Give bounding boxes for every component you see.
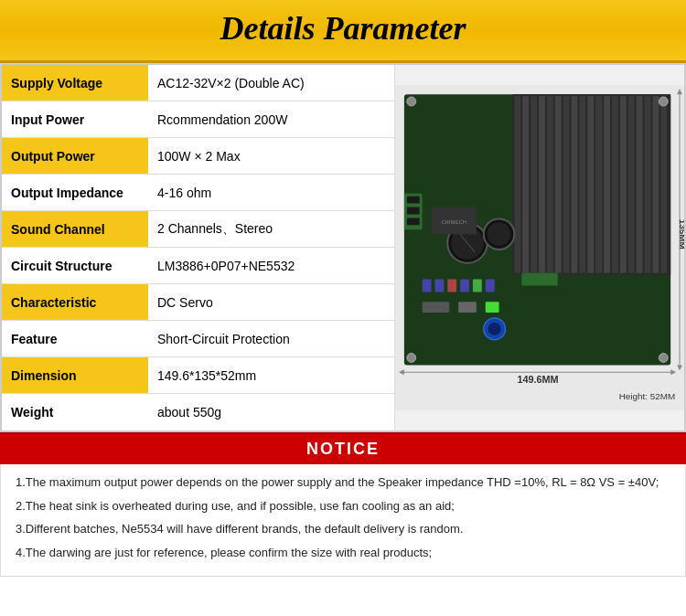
notice-item: 3.Different batches, Ne5534 will have di… bbox=[16, 520, 670, 538]
svg-rect-6 bbox=[539, 96, 545, 273]
table-row: Supply VoltageAC12-32V×2 (Double AC) bbox=[2, 65, 394, 101]
notice-title: NOTICE bbox=[306, 440, 380, 458]
svg-rect-37 bbox=[521, 273, 558, 286]
param-value: 2 Channels、Stereo bbox=[148, 211, 394, 247]
svg-rect-13 bbox=[595, 96, 602, 273]
param-label: Weight bbox=[2, 394, 148, 430]
svg-rect-20 bbox=[652, 96, 659, 273]
table-row: Sound Channel2 Channels、Stereo bbox=[2, 211, 394, 248]
table-row: Circuit StructureLM3886+0P07+NE5532 bbox=[2, 248, 394, 284]
svg-rect-21 bbox=[660, 96, 667, 273]
table-row: Weightabout 550g bbox=[2, 394, 394, 430]
page-wrapper: Details Parameter Supply VoltageAC12-32V… bbox=[0, 0, 686, 577]
param-value: LM3886+0P07+NE5532 bbox=[148, 248, 394, 283]
svg-rect-18 bbox=[637, 96, 643, 273]
svg-rect-15 bbox=[612, 96, 618, 273]
param-label: Characteristic bbox=[2, 284, 148, 320]
svg-point-46 bbox=[659, 97, 668, 106]
svg-rect-10 bbox=[572, 96, 578, 273]
svg-point-44 bbox=[488, 323, 501, 335]
param-value: DC Servo bbox=[148, 284, 394, 320]
param-label: Dimension bbox=[2, 357, 148, 393]
param-label: Output Power bbox=[2, 138, 148, 174]
svg-text:Height: 52MM: Height: 52MM bbox=[619, 391, 675, 401]
svg-rect-17 bbox=[628, 96, 635, 273]
svg-rect-19 bbox=[645, 96, 651, 273]
page-title: Details Parameter bbox=[0, 9, 686, 48]
table-row: Output Power100W × 2 Max bbox=[2, 138, 394, 175]
notice-item: 4.The darwing are just for reference, pl… bbox=[16, 544, 670, 562]
param-value: 100W × 2 Max bbox=[148, 138, 394, 174]
svg-rect-41 bbox=[458, 302, 477, 313]
svg-point-47 bbox=[407, 354, 416, 363]
param-label: Input Power bbox=[2, 101, 148, 137]
svg-rect-14 bbox=[604, 96, 610, 273]
product-image-section: CIRMECH 149.6MM bbox=[395, 65, 684, 430]
svg-point-48 bbox=[659, 354, 668, 363]
svg-rect-9 bbox=[563, 96, 570, 273]
table-row: Output Impedance4-16 ohm bbox=[2, 175, 394, 211]
svg-rect-7 bbox=[547, 96, 553, 273]
svg-rect-4 bbox=[522, 96, 529, 273]
svg-point-45 bbox=[407, 97, 416, 106]
table-row: CharacteristicDC Servo bbox=[2, 284, 394, 321]
svg-point-26 bbox=[488, 222, 511, 246]
svg-rect-31 bbox=[473, 280, 482, 292]
notice-body: 1.The maximum output power depends on th… bbox=[0, 464, 686, 577]
param-value: Rcommendation 200W bbox=[148, 101, 394, 137]
svg-rect-3 bbox=[514, 96, 520, 273]
svg-rect-42 bbox=[486, 302, 499, 313]
param-label: Output Impedance bbox=[2, 175, 148, 210]
table-row: Dimension149.6*135*52mm bbox=[2, 357, 394, 394]
svg-text:135MM: 135MM bbox=[678, 219, 684, 250]
header: Details Parameter bbox=[0, 0, 686, 63]
svg-rect-36 bbox=[407, 218, 420, 225]
parameter-table: Supply VoltageAC12-32V×2 (Double AC)Inpu… bbox=[2, 65, 395, 430]
svg-rect-35 bbox=[407, 207, 420, 215]
svg-rect-8 bbox=[555, 96, 562, 273]
svg-rect-11 bbox=[579, 96, 585, 273]
param-label: Circuit Structure bbox=[2, 248, 148, 283]
svg-rect-27 bbox=[423, 280, 432, 292]
notice-item: 2.The heat sink is overheated during use… bbox=[16, 497, 670, 515]
svg-rect-28 bbox=[434, 280, 444, 292]
svg-rect-30 bbox=[460, 280, 469, 292]
main-content: Supply VoltageAC12-32V×2 (Double AC)Inpu… bbox=[0, 63, 686, 432]
param-value: Short-Circuit Protection bbox=[148, 321, 394, 356]
notice-header: NOTICE bbox=[0, 432, 686, 464]
svg-rect-40 bbox=[423, 302, 450, 313]
param-value: AC12-32V×2 (Double AC) bbox=[148, 65, 394, 101]
svg-rect-34 bbox=[407, 196, 420, 204]
param-value: about 550g bbox=[148, 394, 394, 430]
svg-text:149.6MM: 149.6MM bbox=[517, 374, 558, 385]
param-value: 149.6*135*52mm bbox=[148, 357, 394, 393]
param-label: Supply Voltage bbox=[2, 65, 148, 101]
svg-rect-29 bbox=[447, 280, 456, 292]
table-row: FeatureShort-Circuit Protection bbox=[2, 321, 394, 357]
svg-rect-32 bbox=[486, 280, 495, 292]
param-value: 4-16 ohm bbox=[148, 175, 394, 210]
svg-rect-16 bbox=[620, 96, 627, 273]
svg-text:CIRMECH: CIRMECH bbox=[441, 219, 466, 225]
svg-rect-12 bbox=[587, 96, 594, 273]
param-label: Feature bbox=[2, 321, 148, 356]
notice-item: 1.The maximum output power depends on th… bbox=[16, 473, 670, 492]
svg-rect-5 bbox=[531, 96, 537, 273]
table-row: Input PowerRcommendation 200W bbox=[2, 101, 394, 138]
param-label: Sound Channel bbox=[2, 211, 148, 247]
